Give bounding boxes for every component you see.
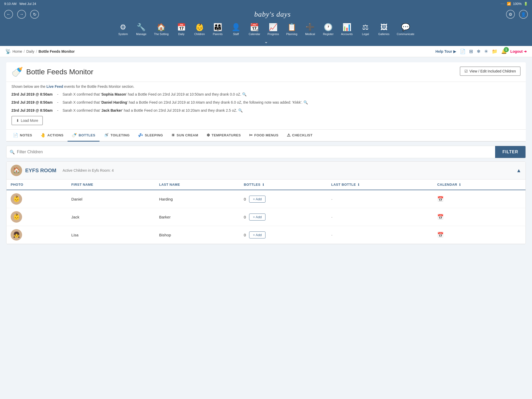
child-avatar-3: 👧 — [11, 229, 22, 241]
tab-temperatures[interactable]: ❄ TEMPERATURES — [202, 130, 245, 142]
asterisk-icon[interactable]: ✳ — [484, 49, 488, 54]
room-name: EYFS ROOM — [25, 168, 56, 174]
menu-label-planning: Planning — [286, 32, 297, 36]
add-bottle-button-1[interactable]: + Add — [249, 196, 266, 203]
collapse-menu-button[interactable]: ⌄ — [259, 38, 273, 46]
tab-food-menus[interactable]: ✂ FOOD MENUS — [245, 130, 283, 142]
menu-item-parents[interactable]: 👨‍👩‍👧 Parents — [209, 21, 227, 38]
breadcrumb-daily[interactable]: Daily — [26, 49, 34, 54]
tab-bottles[interactable]: 🍼 BOTTLES — [68, 130, 99, 142]
tab-actions[interactable]: 🤚 ACTIONS — [36, 130, 68, 142]
breadcrumb-home[interactable]: Home — [12, 49, 22, 54]
forward-button[interactable]: → — [17, 10, 26, 19]
status-bar: 9:10 AM Wed Jul 24 ···· 📶 100% 🔋 — [0, 0, 532, 7]
back-button[interactable]: ← — [4, 10, 13, 19]
tab-sun-cream[interactable]: ☀ SUN CREAM — [167, 130, 202, 142]
room-collapse-button[interactable]: ▲ — [516, 168, 521, 174]
col-calendar-label: CALENDAR — [437, 183, 457, 187]
feed-search-icon-1[interactable]: 🔍 — [242, 92, 247, 96]
the-setting-icon: 🏠 — [157, 23, 166, 31]
feed-search-icon-2[interactable]: 🔍 — [303, 100, 308, 104]
child-avatar-1: 👶 — [11, 193, 22, 205]
col-header-bottles: BOTTLES ℹ — [240, 179, 327, 190]
bottles-info-icon[interactable]: ℹ — [263, 183, 264, 187]
feed-child-name-2: Daniel Harding — [101, 100, 127, 104]
feed-entry-2: 23rd Jul 2019 @ 8:50am - Sarah X confirm… — [11, 100, 521, 105]
legal-icon: ⚖ — [362, 23, 369, 31]
menu-item-progress[interactable]: 📈 Progress — [264, 21, 283, 38]
tab-sleeping[interactable]: 💤 SLEEPING — [134, 130, 167, 142]
breadcrumb-current: Bottle Feeds Monitor — [38, 49, 75, 54]
notes-tab-icon: 📄 — [13, 133, 18, 138]
calendar-icon-2[interactable]: 📅 — [437, 214, 444, 220]
menu-item-legal[interactable]: ⚖ Legal — [356, 21, 375, 38]
checkbox-icon: ☑ — [464, 69, 468, 73]
menu-item-planning[interactable]: 📋 Planning — [283, 21, 301, 38]
menu-item-the-setting[interactable]: 🏠 The Setting — [150, 21, 172, 38]
battery-text: 100% — [513, 2, 522, 6]
help-tour-button[interactable]: Help Tour ▶ — [435, 49, 456, 54]
calendar-icon: 📆 — [250, 23, 259, 31]
menu-item-calendar[interactable]: 📆 Calendar — [245, 21, 264, 38]
daily-icon: 📅 — [177, 23, 186, 31]
medical-icon: ➕ — [305, 23, 315, 31]
menu-label-accounts: Accounts — [341, 32, 353, 36]
load-more-arrow-icon: ⬇ — [16, 118, 19, 123]
nav-right-buttons: ⚙ 👤 — [506, 10, 528, 19]
menu-label-staff: Staff — [233, 32, 239, 36]
live-feed-link[interactable]: Live Feed — [46, 84, 63, 89]
filter-button[interactable]: FILTER — [495, 146, 526, 158]
menu-item-daily[interactable]: 📅 Daily — [172, 21, 190, 38]
add-bottle-button-3[interactable]: + Add — [249, 231, 266, 238]
logout-label: Logout — [510, 49, 523, 54]
logout-button[interactable]: Logout ➜ — [510, 49, 527, 54]
room-header-left: 🏠 EYFS ROOM Active Children in Eyfs Room… — [11, 165, 114, 176]
document-icon[interactable]: 📄 — [460, 49, 466, 54]
menu-item-medical[interactable]: ➕ Medical — [301, 21, 319, 38]
tab-notes[interactable]: 📄 NOTES — [9, 130, 36, 142]
tab-notes-label: NOTES — [20, 133, 32, 137]
view-edit-children-button[interactable]: ☑ View / Edit Included Children — [460, 66, 521, 76]
table-row: 👶 Daniel Harding 0 + Add - 📅 — [6, 190, 526, 208]
refresh-button[interactable]: ↻ — [30, 10, 39, 19]
calendar-info-icon[interactable]: ℹ — [459, 183, 461, 187]
last-bottle-value-3: - — [331, 233, 332, 237]
last-bottle-info-icon[interactable]: ℹ — [358, 183, 360, 187]
feed-child-name-1: Sophia Mason — [101, 92, 126, 96]
menu-item-register[interactable]: 🕐 Register — [319, 21, 337, 38]
menu-label-progress: Progress — [268, 32, 279, 36]
menu-item-communicate[interactable]: 💬 Communicate — [393, 21, 418, 38]
user-button[interactable]: 👤 — [519, 10, 528, 19]
calendar-icon-1[interactable]: 📅 — [437, 196, 444, 202]
menu-item-galleries[interactable]: 🖼 Galleries — [375, 21, 393, 38]
folder-icon[interactable]: 📁 — [492, 49, 497, 54]
child-photo-cell-1: 👶 — [6, 190, 67, 208]
grid-icon[interactable]: ⊞ — [469, 49, 473, 54]
settings-button[interactable]: ⚙ — [506, 10, 515, 19]
children-table: PHOTO FIRST NAME LAST NAME BOTTLES ℹ LAS… — [6, 179, 526, 244]
menu-item-children[interactable]: 👶 Children — [190, 21, 209, 38]
child-last-bottle-1: - — [327, 190, 433, 208]
notifications-wrapper: 🔔 1 — [501, 49, 507, 54]
feed-search-icon-3[interactable]: 🔍 — [238, 108, 243, 112]
live-feed-text-after: events for the Bottle Feeds Monitor sect… — [63, 84, 134, 89]
communicate-icon: 💬 — [401, 23, 410, 31]
calendar-icon-3[interactable]: 📅 — [437, 232, 444, 238]
add-bottle-button-2[interactable]: + Add — [249, 214, 266, 221]
menu-item-staff[interactable]: 👤 Staff — [227, 21, 245, 38]
room-active-count: Active Children in Eyfs Room: 4 — [63, 168, 114, 172]
menu-item-system[interactable]: ⚙ System — [114, 21, 132, 38]
main-content: 🍼 Bottle Feeds Monitor ☑ View / Edit Inc… — [0, 57, 532, 249]
last-bottle-value-2: - — [331, 215, 332, 219]
load-more-button[interactable]: ⬇ Load More — [11, 116, 43, 125]
menu-item-manage[interactable]: 🔧 Manage — [132, 21, 150, 38]
temperatures-tab-icon: ❄ — [207, 133, 210, 138]
child-photo-cell-3: 👧 — [6, 226, 67, 244]
filter-input[interactable] — [17, 146, 492, 158]
tab-toileting[interactable]: 🚿 TOILETING — [99, 130, 134, 142]
tab-checklist[interactable]: ⚠ CHECKLIST — [283, 130, 317, 142]
tab-bottles-label: BOTTLES — [79, 133, 95, 137]
snowflake-icon[interactable]: ❄ — [477, 49, 481, 54]
breadcrumb-sep1: / — [24, 49, 25, 54]
menu-item-accounts[interactable]: 📊 Accounts — [337, 21, 356, 38]
